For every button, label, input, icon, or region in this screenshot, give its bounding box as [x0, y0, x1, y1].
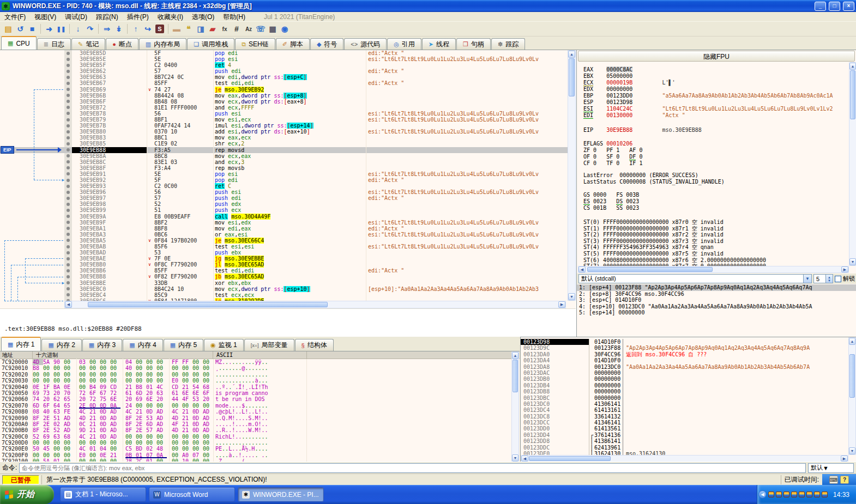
hex-byte[interactable]: 4C — [79, 409, 89, 415]
scroll-arrow-icon[interactable]: ▼ — [512, 454, 519, 462]
hex-byte[interactable]: 4C — [125, 409, 136, 415]
argument-row[interactable]: 2: [esp+8] 30F4CC96 mso.30F4CC96 — [577, 291, 856, 297]
hex-byte[interactable]: 21 — [89, 421, 100, 427]
step-into-icon[interactable]: ↓ — [72, 23, 84, 35]
language-bar[interactable]: ⌨ ? — [822, 474, 856, 485]
column-header-address[interactable]: 地址 — [0, 351, 33, 359]
breakpoint-cell[interactable] — [64, 50, 72, 56]
hex-byte[interactable]: 54 — [192, 384, 203, 390]
hex-byte[interactable]: 00 — [172, 372, 182, 378]
disasm-row[interactable]: 30E9EB9852push edx — [0, 201, 576, 207]
breakpoint-cell[interactable] — [64, 214, 72, 220]
tray-app-icon[interactable] — [783, 491, 789, 497]
scroll-arrow-icon[interactable]: ▶ — [841, 266, 848, 272]
script-icon[interactable]: S — [154, 23, 166, 35]
fpu-st-row[interactable]: ST(2) FFFF0000000000000000 x87r2 空 inval… — [577, 232, 848, 238]
hex-byte[interactable]: 00 — [136, 440, 146, 446]
hex-byte[interactable]: 00 — [156, 359, 167, 365]
hex-byte[interactable]: 01 — [136, 452, 146, 458]
taskbar-task-3[interactable]: ✱WINWORD.EXE - PI... — [238, 487, 324, 502]
disasm-row[interactable]: 30E9EB838BC1mov eax,ecx — [0, 135, 576, 141]
disasm-row[interactable]: 30E9EB798BF1mov esi,ecxesi:"Lt6Lt7Lt8Lt9… — [0, 117, 576, 123]
hex-byte[interactable]: 53 — [192, 396, 203, 402]
scroll-arrow-icon[interactable]: ▼ — [849, 258, 856, 265]
hex-byte[interactable]: 2E — [43, 421, 53, 427]
tab-cpu[interactable]: ▦CPU — [1, 36, 37, 50]
hex-byte[interactable]: 00 — [89, 440, 100, 446]
hex-byte[interactable]: 00 — [33, 452, 43, 458]
hex-byte[interactable]: 0D — [100, 421, 110, 427]
hex-byte[interactable]: 69 — [43, 434, 53, 440]
breakpoint-cell[interactable] — [64, 226, 72, 232]
hex-byte[interactable]: 00 — [64, 446, 74, 452]
hex-byte[interactable]: 00 — [192, 434, 203, 440]
disasm-row[interactable]: 30E9EB85C1E9 02shr ecx,2 — [0, 141, 576, 147]
hex-byte[interactable]: 69 — [136, 396, 146, 402]
hex-byte[interactable]: 1F — [43, 384, 53, 390]
hex-byte[interactable]: 40 — [125, 365, 136, 371]
hex-byte[interactable]: 00 — [146, 365, 156, 371]
scroll-arrow-icon[interactable]: ▶ — [841, 456, 848, 462]
hexdump-row[interactable]: 7C920030000000000000000000000000E0000000… — [0, 378, 520, 384]
hexdump-row[interactable]: 7C92002000000000000000000000000000000000… — [0, 372, 520, 378]
breakpoint-cell[interactable] — [64, 183, 72, 189]
address-cell[interactable]: 30E9EB85 — [72, 141, 147, 147]
hex-byte[interactable]: AD — [156, 409, 167, 415]
hex-byte[interactable]: 2E — [79, 403, 89, 409]
hex-byte[interactable]: 0D — [192, 421, 203, 427]
disasm-row[interactable]: 30E9EB7856push esiesi:"Lt6Lt7Lt8Lt9Lu0Lu… — [0, 111, 576, 117]
stack-row[interactable]: 00123DC833614132 — [521, 414, 856, 420]
hexdump-row[interactable]: 7C9200004D5A90000300000004000000FFFF0000… — [0, 359, 520, 365]
hex-byte[interactable]: 02 — [53, 421, 64, 427]
hex-byte[interactable]: 0D — [100, 403, 110, 409]
hex-byte[interactable]: 6D — [146, 421, 156, 427]
stack-pane[interactable]: 00123D98014D10F000123D9C00123F88"Ap2Ap3A… — [520, 337, 856, 462]
hex-byte[interactable]: 4C — [79, 434, 89, 440]
stack-row[interactable]: 00123DD061413561 — [521, 426, 856, 432]
argument-row[interactable]: 5: [esp+14] 00000000 — [577, 309, 856, 316]
hex-byte[interactable]: 90 — [53, 359, 64, 365]
breakpoint-cell[interactable] — [64, 68, 72, 74]
address-cell[interactable]: 30E9EB8C — [72, 159, 147, 165]
tab-seh链[interactable]: ⧉SEH链 — [235, 38, 275, 50]
argument-row[interactable]: 1: [esp+4] 00123F88 "Ap2Ap3Ap4Ap5Ap6Ap7A… — [577, 284, 856, 291]
breakpoint-cell[interactable] — [64, 135, 72, 141]
address-cell[interactable]: 30E9EBA5 — [72, 238, 147, 244]
hex-byte[interactable]: 21 — [89, 409, 100, 415]
disasm-row[interactable]: 30E9EBC485C9test ecx,ecx — [0, 292, 576, 298]
hex-byte[interactable]: 00 — [100, 378, 110, 384]
hex-byte[interactable]: 50 — [33, 446, 43, 452]
menu-item-p[interactable]: 插件(P) — [123, 13, 153, 21]
breakpoint-cell[interactable] — [64, 87, 72, 93]
tray-app-icon[interactable] — [791, 491, 797, 497]
hex-byte[interactable]: 20 — [156, 396, 167, 402]
hex-byte[interactable]: 6F — [43, 403, 53, 409]
disasm-row[interactable]: 30E9EB638B7C24 0Cmov edi,dword ptr ss:[e… — [0, 74, 576, 80]
hex-byte[interactable]: 00 — [110, 359, 120, 365]
register-row[interactable]: EDX 00000000 — [577, 86, 848, 93]
maximize-button[interactable]: □ — [829, 2, 840, 11]
address-cell[interactable]: 30E9EB6B — [72, 93, 147, 99]
hex-byte[interactable]: 0D — [100, 415, 110, 421]
disasm-row[interactable]: 30E9EB93C2 0C00ret C — [0, 183, 576, 189]
disasm-row[interactable]: 30E9EB7281E1 FFFF0000and ecx,FFFF — [0, 105, 576, 111]
disasm-row[interactable]: 30E9EBA30BC6or eax,esiesi:"Lt6Lt7Lt8Lt9L… — [0, 232, 576, 238]
breakpoint-cell[interactable] — [64, 56, 72, 62]
stepper-arrows-icon[interactable]: ▲▼ — [825, 275, 833, 283]
internet-icon[interactable]: ◉ — [279, 23, 291, 35]
stack-row[interactable]: 00123DA800123DC0"Aa0Aa1Aa2Aa3Aa4Aa5Aa6Aa… — [521, 364, 856, 370]
hex-byte[interactable]: 6E — [110, 396, 120, 402]
stack-row[interactable]: 00123DA4014D10F0 — [521, 357, 856, 363]
menu-item-f[interactable]: 文件(F) — [0, 13, 30, 21]
minimize-button[interactable]: _ — [815, 2, 826, 11]
hex-byte[interactable]: 00 — [110, 372, 120, 378]
hex-byte[interactable]: 0B — [125, 452, 136, 458]
arguments-list[interactable]: 1: [esp+4] 00123F88 "Ap2Ap3Ap4Ap5Ap6Ap7A… — [577, 284, 856, 337]
breakpoint-cell[interactable] — [64, 62, 72, 68]
hex-byte[interactable]: 00 — [203, 446, 213, 452]
hex-byte[interactable]: 00 — [182, 378, 192, 384]
hex-byte[interactable]: 21 — [182, 384, 192, 390]
stack-row[interactable]: 00123DDC62413961│ — [521, 445, 856, 451]
disasm-row[interactable]: 30E9EBC08B4C24 10mov ecx,dword ptr ss:[e… — [0, 286, 576, 292]
hex-byte[interactable]: 00 — [182, 372, 192, 378]
